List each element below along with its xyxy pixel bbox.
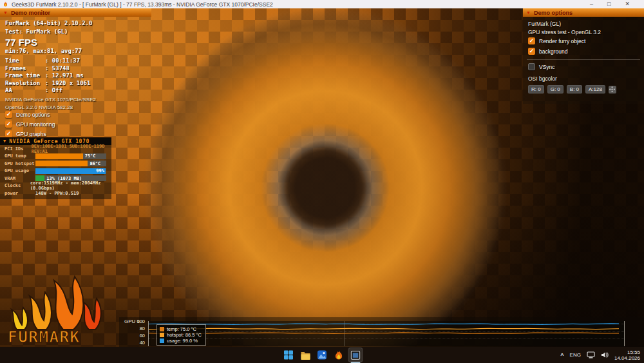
option-background[interactable]: ✓ background [528,48,567,55]
gpu-hotspot-bar-track: 86°C [35,161,106,166]
gpu-vram-bar-fill [35,175,44,181]
toggle-gpu-monitoring[interactable]: ✓ GPU monitoring [5,121,55,128]
furmark-app-taskbar-icon[interactable] [332,348,346,362]
language-indicator[interactable]: ENG [570,352,581,358]
gpu-usage-row: GPU usage 99% [0,168,111,175]
demo-options-title: Demo options [534,10,573,16]
collapse-triangle-icon: ▼ [3,8,8,17]
legend-usage-swatch [160,338,164,343]
demo-options-header[interactable]: ▼ Demo options [523,8,644,17]
bgcolor-a-field[interactable]: A:128 [585,85,605,93]
option-vsync[interactable]: VSync [528,63,555,70]
stat-aa: AA: Off [5,87,62,93]
clock-time: 15:55 [614,349,640,355]
network-icon[interactable] [587,349,595,361]
bgcolor-r-field[interactable]: R: 0 [528,85,544,93]
y-tick-60: 60 [124,333,145,338]
toggle-demo-options[interactable]: ✓ Demo options [5,111,50,118]
windows-taskbar: ^ ENG 15:55 14.04.2026 [0,347,644,363]
options-divider [527,59,640,60]
legend-hotspot-swatch [160,333,164,337]
furmark-3d-scene: ▼ Demo monitor FurMark (64-bit) 2.10.2.0… [0,8,644,347]
fps-counter: 77 FPS [5,37,37,48]
demo-options-panel: ▼ Demo options FurMark (GL) GPU stress t… [523,8,644,104]
stat-frame-time: Frame time: 12.971 ms [5,72,84,79]
furmark-app-icon [3,1,8,7]
bgcolor-g-field[interactable]: G: 0 [547,85,564,93]
fps-minmax-line: min:76, max:81, avg:77 [5,48,82,54]
options-test-subtitle: GPU stress test - OpenGL 3.2 [528,29,601,35]
collapse-triangle-icon: ▼ [526,8,531,17]
osi-bgcolor-label: OSI bgcolor [528,75,557,82]
close-button[interactable]: ✕ [625,0,630,8]
maximize-button[interactable]: □ [607,0,611,8]
taskbar-clock[interactable]: 15:55 14.04.2026 [614,349,640,361]
gl-version-line: OpenGL 3.2.0 NVIDIA 582.28 [5,104,73,110]
checkbox-checked-icon: ✓ [5,111,12,118]
stat-frames: Frames: 53748 [5,65,70,72]
stat-resolution: Resolution: 1920 x 1061 [5,80,90,86]
y-tick-40: 40 [124,340,145,346]
clock-date: 14.04.2026 [614,355,640,361]
stat-time: Time: 00:11:37 [5,57,80,64]
app-version-line: FurMark (64-bit) 2.10.2.0 [5,20,92,26]
gpu-vram-row: VRAM 13% (1073 MB) [0,175,111,182]
window-title: Geeks3D FurMark 2.10.2.0 - [ FurMark (GL… [12,1,273,8]
demo-monitor-header[interactable]: ▼ Demo monitor [0,8,151,17]
gpu-vram-bar-track: 13% (1073 MB) [35,175,106,181]
graph-legend: temp: 75.0 °C hotspot: 86.5 °C usage: 99… [156,324,206,346]
gpu-pci-row: PCI IDs DEV:10DE-1B81 SUB:10DE-119D REV:… [0,145,111,153]
speaker-icon[interactable] [601,349,609,361]
gpu-temp-bar-track: 75°C [35,153,106,159]
options-test-name: FurMark (GL) [528,21,561,27]
bgcolor-b-field[interactable]: B: 0 [567,85,582,93]
furmark-gl-window-icon[interactable] [348,348,363,362]
legend-temp-swatch [160,327,164,331]
checkbox-unchecked-icon [528,63,535,70]
gpu-hotspot-bar-fill [35,161,88,166]
gpu-usage-bar-track: 99% [35,168,106,174]
y-tick-80: 80 [124,326,145,331]
demo-monitor-title: Demo monitor [11,10,50,16]
gpu-usage-bar-fill [35,168,106,174]
gpu-name-line: NVIDIA GeForce GTX 1070/PCIe/SSE2 [5,97,96,103]
graph-series-lines [149,321,624,346]
gpu-clocks-row: Clocks core:1519MHz - mem:2004MHz (8.0Gb… [0,182,111,190]
test-line: Test: FurMark (GL) [5,28,68,35]
minimize-button[interactable]: – [590,0,593,8]
y-tick-100: 100 [124,319,145,324]
checkbox-checked-icon: ✓ [5,121,12,128]
gpu-temp-row: GPU temp 75°C [0,153,111,161]
furmark-logo: FURMARK [4,274,115,346]
tray-overflow-chevron-icon[interactable]: ^ [560,352,564,358]
photos-icon[interactable] [315,348,330,362]
option-render-furry-object[interactable]: ✓ Render furry object [528,37,585,44]
furmark-logo-text: FURMARK [8,328,80,346]
checkbox-checked-icon: ✓ [528,48,535,55]
legend-usage: usage: 99.0 % [160,338,202,344]
checkbox-checked-icon: ✓ [528,37,535,44]
gpu-hotspot-row: GPU hotspot 86°C [0,160,111,168]
collapse-triangle-icon: ▼ [3,139,6,144]
osi-bgcolor-controls: R: 0 G: 0 B: 0 A:128 [528,85,616,93]
start-button[interactable] [281,348,296,362]
gpu-temp-bar-fill [35,153,83,159]
color-picker-icon[interactable] [609,86,616,93]
legend-hotspot: hotspot: 86.5 °C [160,332,202,338]
window-title-bar: Geeks3D FurMark 2.10.2.0 - [ FurMark (GL… [0,0,644,8]
gpu-monitoring-graph-panel: GPU 0 100 80 60 40 temp: 75.0 °C hotspot… [119,317,644,347]
file-explorer-icon[interactable] [298,348,313,362]
gpu-detail-panel: ▼ NVIDIA GeForce GTX 1070 PCI IDs DEV:10… [0,137,111,199]
legend-temp: temp: 75.0 °C [160,326,202,332]
graph-plot-area: temp: 75.0 °C hotspot: 86.5 °C usage: 99… [148,321,625,346]
